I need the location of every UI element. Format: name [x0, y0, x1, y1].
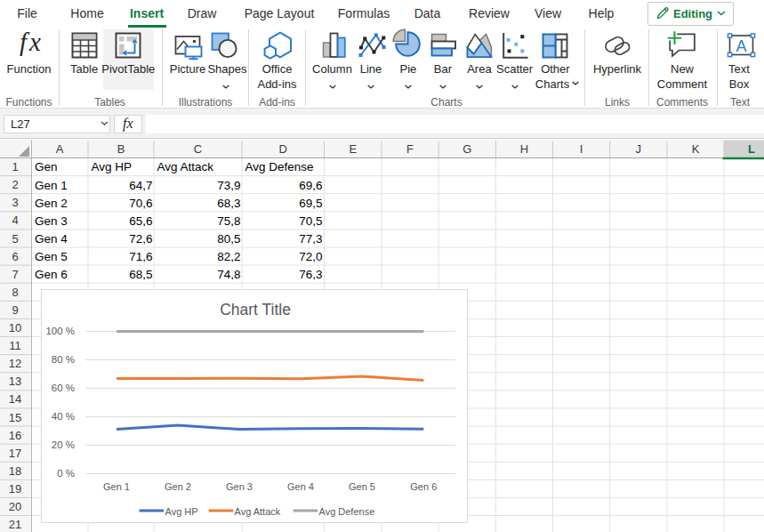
svg-text:68,3: 68,3 [217, 197, 240, 210]
svg-text:12: 12 [9, 357, 21, 370]
svg-text:A: A [736, 37, 746, 55]
svg-text:18: 18 [9, 464, 21, 478]
svg-text:64,7: 64,7 [129, 179, 152, 192]
svg-text:69,6: 69,6 [299, 179, 322, 192]
svg-text:Gen 2: Gen 2 [165, 481, 191, 492]
svg-text:15: 15 [9, 411, 21, 424]
svg-text:76,3: 76,3 [299, 268, 322, 281]
svg-text:77,3: 77,3 [299, 232, 322, 246]
svg-text:Gen 1: Gen 1 [35, 179, 68, 192]
svg-text:I: I [580, 142, 583, 156]
svg-text:100 %: 100 % [45, 326, 75, 336]
svg-text:11: 11 [9, 339, 21, 352]
svg-text:19: 19 [9, 482, 21, 496]
svg-text:0 %: 0 % [57, 468, 75, 479]
svg-text:F: F [406, 142, 414, 156]
svg-text:Gen 5: Gen 5 [35, 250, 68, 263]
svg-text:60 %: 60 % [52, 383, 75, 393]
svg-text:Gen 2: Gen 2 [35, 197, 68, 210]
svg-text:Gen: Gen [35, 160, 58, 173]
svg-text:20 %: 20 % [52, 439, 75, 450]
svg-text:Gen 6: Gen 6 [410, 481, 437, 492]
svg-text:Avg HP: Avg HP [165, 506, 198, 517]
svg-text:80 %: 80 % [52, 354, 75, 365]
svg-text:70,5: 70,5 [299, 214, 322, 228]
svg-text:A: A [56, 142, 64, 156]
svg-text:Gen 4: Gen 4 [35, 232, 68, 246]
svg-text:82,2: 82,2 [217, 250, 240, 263]
svg-text:D: D [279, 142, 287, 156]
svg-text:L: L [748, 142, 755, 156]
svg-text:E: E [349, 142, 357, 156]
svg-text:16: 16 [9, 429, 21, 442]
svg-text:7: 7 [12, 268, 18, 281]
svg-text:65,6: 65,6 [129, 214, 152, 228]
svg-text:Gen 1: Gen 1 [103, 481, 130, 492]
svg-text:73,9: 73,9 [217, 179, 240, 192]
svg-text:Avg Attack: Avg Attack [157, 160, 214, 173]
svg-text:10: 10 [9, 321, 21, 335]
svg-text:Gen 5: Gen 5 [349, 481, 375, 492]
svg-text:17: 17 [9, 447, 21, 460]
svg-text:5: 5 [12, 232, 18, 246]
svg-text:20: 20 [9, 500, 21, 513]
svg-text:21: 21 [9, 518, 21, 531]
svg-text:H: H [520, 142, 528, 156]
svg-text:6: 6 [12, 250, 18, 263]
svg-text:8: 8 [12, 286, 18, 299]
svg-text:Avg Defense: Avg Defense [319, 506, 375, 517]
svg-text:Avg Attack: Avg Attack [235, 506, 281, 517]
svg-text:75,8: 75,8 [217, 214, 240, 228]
svg-text:71,6: 71,6 [129, 250, 152, 263]
svg-text:2: 2 [12, 178, 18, 191]
svg-text:68,5: 68,5 [129, 268, 152, 281]
svg-text:Avg HP: Avg HP [92, 160, 133, 173]
svg-text:72,6: 72,6 [129, 232, 152, 246]
svg-text:4: 4 [12, 214, 18, 227]
svg-text:40 %: 40 % [52, 411, 75, 422]
svg-text:9: 9 [12, 303, 18, 317]
svg-text:C: C [194, 142, 202, 156]
svg-text:fx: fx [20, 28, 44, 56]
svg-text:Gen 4: Gen 4 [287, 481, 314, 492]
svg-text:3: 3 [12, 196, 18, 209]
svg-text:80,5: 80,5 [217, 232, 240, 246]
svg-text:G: G [462, 142, 471, 156]
svg-text:1: 1 [12, 160, 18, 173]
svg-text:13: 13 [9, 375, 21, 388]
svg-text:72,0: 72,0 [299, 250, 322, 263]
svg-text:70,6: 70,6 [129, 197, 152, 210]
svg-text:B: B [117, 142, 125, 156]
svg-text:Avg Defense: Avg Defense [245, 160, 314, 173]
svg-text:Gen 6: Gen 6 [35, 268, 68, 281]
svg-text:14: 14 [9, 392, 21, 406]
svg-text:K: K [692, 142, 700, 156]
svg-text:Gen 3: Gen 3 [35, 214, 68, 228]
svg-text:74,8: 74,8 [217, 268, 240, 281]
svg-text:J: J [636, 142, 642, 156]
svg-text:Chart Title: Chart Title [220, 301, 291, 318]
svg-text:69,5: 69,5 [299, 197, 322, 210]
svg-text:Gen 3: Gen 3 [226, 481, 253, 492]
